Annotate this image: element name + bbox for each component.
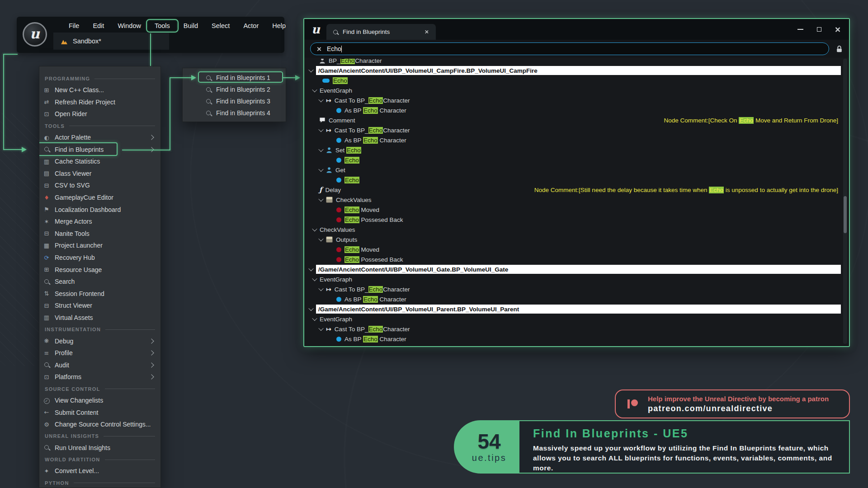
menu-section-label: INSTRUMENTATION bbox=[45, 327, 101, 332]
tools-menu-item-debug[interactable]: ❋Debug bbox=[39, 335, 160, 347]
minimize-icon[interactable] bbox=[797, 29, 803, 30]
tree-row[interactable]: Echo Moved bbox=[308, 205, 841, 215]
chevron-down-icon[interactable] bbox=[308, 67, 313, 72]
patreon-banner[interactable]: Help improve the Unreal Directive by bec… bbox=[615, 389, 850, 418]
scrollbar-thumb[interactable] bbox=[844, 196, 847, 233]
clear-search-icon[interactable] bbox=[316, 47, 321, 51]
tree-row-asset-path[interactable]: /Game/AncientContent/UI/BP_VolumeUI_Gate… bbox=[308, 264, 841, 274]
tools-menu-item-gameplaycue-editor[interactable]: ♦GameplayCue Editor bbox=[39, 192, 160, 204]
tree-row-asset-path[interactable]: /Game/AncientContent/UI/BP_VolumeUI_Pare… bbox=[308, 304, 841, 314]
chevron-down-icon[interactable] bbox=[318, 167, 323, 172]
tools-menu-item-merge-actors[interactable]: ✶Merge Actors bbox=[39, 216, 160, 228]
tree-row[interactable]: Echo Possesed Back bbox=[308, 254, 841, 264]
chevron-down-icon[interactable] bbox=[312, 276, 317, 281]
close-icon[interactable] bbox=[835, 27, 840, 33]
tools-menu-item-audit[interactable]: Audit bbox=[39, 359, 160, 371]
row-text: Cast To BP_ bbox=[335, 97, 368, 104]
tree-row-asset-path[interactable]: /Game/AncientContent/UI/BP_VolumeUI_Camp… bbox=[308, 66, 841, 75]
tree-row[interactable]: Echo bbox=[308, 75, 841, 85]
menubar-item-build[interactable]: Build bbox=[177, 21, 205, 31]
tools-menu-item-new-c-class[interactable]: ⊞New C++ Class... bbox=[39, 84, 160, 96]
tree-row[interactable]: EventGraph bbox=[308, 314, 841, 324]
tools-menu-item-search[interactable]: Search bbox=[39, 276, 160, 288]
chevron-down-icon[interactable] bbox=[312, 226, 317, 231]
tree-row[interactable]: ↦Cast To BP_EchoCharacter bbox=[308, 95, 841, 105]
tools-menu-item-struct-viewer[interactable]: ⊟Struct Viewer bbox=[39, 300, 160, 312]
tree-row[interactable]: Get bbox=[308, 165, 841, 175]
search-input[interactable]: Echo bbox=[310, 42, 829, 55]
tools-menu-item-recovery-hub[interactable]: ⟳Recovery Hub bbox=[39, 252, 160, 264]
tools-menu-item-virtual-assets[interactable]: ▥Virtual Assets bbox=[39, 312, 160, 324]
tools-menu-item-localization-dashboard[interactable]: ⚑Localization Dashboard bbox=[39, 203, 160, 216]
chevron-down-icon[interactable] bbox=[318, 286, 323, 291]
submenu-item-find-in-blueprints-1[interactable]: Find in Blueprints 1 bbox=[183, 72, 286, 84]
tree-row[interactable]: Echo Possesed Back bbox=[308, 215, 841, 225]
tree-row[interactable]: ↦Cast To BP_EchoCharacter bbox=[308, 284, 841, 294]
menubar-item-select[interactable]: Select bbox=[205, 21, 236, 31]
chevron-down-icon[interactable] bbox=[318, 326, 323, 331]
chevron-down-icon[interactable] bbox=[318, 197, 323, 202]
menu-section-label: PYTHON bbox=[45, 480, 69, 486]
tree-row[interactable]: EventGraph bbox=[308, 274, 841, 284]
tree-row[interactable]: Echo bbox=[308, 175, 841, 185]
chevron-down-icon[interactable] bbox=[318, 236, 323, 241]
tools-menu-item-submit-content[interactable]: ←Submit Content bbox=[39, 406, 160, 418]
submenu-item-find-in-blueprints-3[interactable]: Find in Blueprints 3 bbox=[183, 95, 286, 107]
menubar-item-actor[interactable]: Actor bbox=[236, 21, 265, 31]
submenu-item-find-in-blueprints-4[interactable]: Find in Blueprints 4 bbox=[183, 107, 286, 119]
tools-menu-item-profile[interactable]: ≡Profile bbox=[39, 347, 160, 359]
tree-row[interactable]: CommentNode Comment:[Check On Echo Move … bbox=[308, 115, 841, 125]
tools-menu-item-csv-to-svg[interactable]: ⊟CSV to SVG bbox=[39, 179, 160, 192]
tree-row[interactable]: As BP Echo Character bbox=[308, 135, 841, 145]
menubar-item-tools[interactable]: Tools bbox=[148, 21, 177, 31]
lock-icon[interactable] bbox=[835, 45, 843, 53]
tree-row[interactable]: As BP Echo Character bbox=[308, 105, 841, 115]
menubar-item-edit[interactable]: Edit bbox=[86, 21, 111, 31]
tree-row[interactable]: Echo Moved bbox=[308, 244, 841, 254]
scrollbar-track[interactable] bbox=[843, 59, 847, 344]
tools-menu-item-convert-level[interactable]: ✦Convert Level... bbox=[39, 465, 160, 477]
menubar-item-file[interactable]: File bbox=[62, 21, 86, 31]
tools-menu-item-class-viewer[interactable]: ▤Class Viewer bbox=[39, 168, 160, 180]
tab-find-in-blueprints[interactable]: Find in Blueprints bbox=[326, 24, 436, 40]
chevron-down-icon[interactable] bbox=[308, 306, 313, 311]
tree-row[interactable]: ↦Cast To BP_EchoCharacter bbox=[308, 324, 841, 334]
level-tab-sandbox[interactable]: Sandbox* bbox=[53, 33, 169, 50]
tools-menu-item-change-source-control-settings[interactable]: ⚙Change Source Control Settings... bbox=[39, 418, 160, 431]
tools-menu-item-run-unreal-insights[interactable]: Run Unreal Insights bbox=[39, 441, 160, 454]
tree-row[interactable]: Outputs bbox=[308, 235, 841, 244]
chevron-down-icon[interactable] bbox=[318, 97, 323, 102]
menubar-item-window[interactable]: Window bbox=[111, 21, 148, 31]
tree-row[interactable]: EventGraph bbox=[308, 85, 841, 95]
chevron-down-icon[interactable] bbox=[318, 127, 323, 132]
tree-row[interactable]: ↦Cast To BP_EchoCharacter bbox=[308, 125, 841, 135]
tools-menu-item-view-changelists[interactable]: ✓View Changelists bbox=[39, 394, 160, 407]
tree-row[interactable]: CheckValues bbox=[308, 195, 841, 205]
tree-row[interactable]: As BP Echo Character bbox=[308, 334, 841, 344]
tools-menu-item-session-frontend[interactable]: ⇅Session Frontend bbox=[39, 288, 160, 300]
search-match-highlight: Echo bbox=[368, 127, 383, 134]
chevron-down-icon[interactable] bbox=[312, 87, 317, 92]
tools-menu-item-project-launcher[interactable]: ▦Project Launcher bbox=[39, 239, 160, 252]
tree-row[interactable]: As BP Echo Character bbox=[308, 294, 841, 304]
tab-close-icon[interactable] bbox=[425, 30, 429, 34]
window-title-bar[interactable]: Find in Blueprints bbox=[304, 19, 849, 40]
chevron-down-icon[interactable] bbox=[318, 147, 323, 152]
menubar-item-help[interactable]: Help bbox=[265, 21, 292, 31]
tools-menu-item-nanite-tools[interactable]: ⊟Nanite Tools bbox=[39, 228, 160, 240]
tree-row[interactable]: Echo bbox=[308, 155, 841, 165]
tree-row[interactable]: CheckValues bbox=[308, 225, 841, 235]
tools-menu-item-open-rider[interactable]: ⊡Open Rider bbox=[39, 108, 160, 120]
tools-menu-item-resource-usage[interactable]: ⊞Resource Usage bbox=[39, 263, 160, 276]
tools-menu-item-refresh-rider-project[interactable]: ⇄Refresh Rider Project bbox=[39, 96, 160, 108]
submenu-item-find-in-blueprints-2[interactable]: Find in Blueprints 2 bbox=[183, 84, 286, 95]
tree-row[interactable]: ƒDelayNode Comment:[Still need the delay… bbox=[308, 185, 841, 195]
tools-menu-item-platforms[interactable]: ⊡Platforms bbox=[39, 371, 160, 383]
tree-row[interactable]: BP_EchoCharacter bbox=[308, 59, 841, 66]
tree-row[interactable]: Set Echo bbox=[308, 145, 841, 155]
tools-menu-item-actor-palette[interactable]: ◐Actor Palette bbox=[39, 131, 160, 144]
tools-menu-item-cache-statistics[interactable]: ▥Cache Statistics bbox=[39, 155, 160, 168]
chevron-down-icon[interactable] bbox=[308, 266, 313, 271]
chevron-down-icon[interactable] bbox=[312, 316, 317, 321]
maximize-icon[interactable] bbox=[817, 27, 821, 32]
